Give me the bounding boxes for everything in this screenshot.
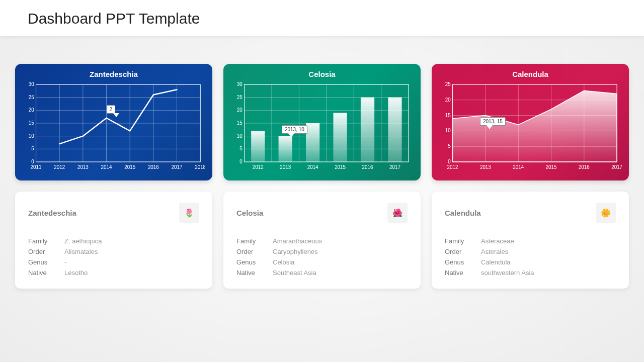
field-label: Order xyxy=(445,248,481,255)
svg-text:2013: 2013 xyxy=(280,164,291,170)
svg-text:20: 20 xyxy=(29,107,34,113)
svg-text:5: 5 xyxy=(31,146,34,151)
chart-card-celosia: Celosia 05101520253020122013201420152016… xyxy=(223,64,421,180)
svg-text:0: 0 xyxy=(448,159,451,164)
svg-text:25: 25 xyxy=(29,95,34,100)
field-label: Family xyxy=(445,237,481,245)
svg-rect-52 xyxy=(306,123,319,162)
svg-text:5: 5 xyxy=(239,146,243,151)
chart-title: Calendula xyxy=(439,70,622,78)
svg-text:20: 20 xyxy=(237,107,243,113)
svg-text:0: 0 xyxy=(239,159,243,164)
svg-text:25: 25 xyxy=(237,95,243,100)
svg-text:2014: 2014 xyxy=(101,164,112,170)
svg-text:2014: 2014 xyxy=(513,164,524,170)
info-card-row: Zantedeschia 🌷 FamilyZ. aethiopica Order… xyxy=(0,180,644,289)
area-chart: 0510152025201220132014201520162017 2013,… xyxy=(439,81,622,172)
svg-text:2015: 2015 xyxy=(124,164,135,170)
svg-text:15: 15 xyxy=(29,120,34,126)
svg-text:2017: 2017 xyxy=(389,164,400,170)
info-card-celosia: Celosia 🌺 FamilyAmaranthaceous OrderCary… xyxy=(223,192,421,289)
svg-text:15: 15 xyxy=(445,113,451,118)
field-value: Asteraceae xyxy=(481,237,514,245)
svg-rect-46 xyxy=(251,131,265,162)
svg-rect-58 xyxy=(361,98,374,162)
chart-callout: 2013, 15 xyxy=(480,117,506,126)
chart-callout: 2013, 10 xyxy=(282,125,307,134)
svg-text:20: 20 xyxy=(445,97,451,103)
field-value: Asterales xyxy=(481,248,508,255)
svg-text:30: 30 xyxy=(237,81,243,87)
field-value: Amaranthaceous xyxy=(273,237,322,245)
svg-text:2016: 2016 xyxy=(362,164,373,170)
svg-text:0: 0 xyxy=(31,159,34,164)
svg-text:2015: 2015 xyxy=(546,164,557,170)
field-label: Genus xyxy=(445,258,481,266)
svg-text:2011: 2011 xyxy=(31,164,42,170)
flower-thumb: 🌷 xyxy=(179,203,199,223)
field-label: Native xyxy=(28,269,64,277)
info-card-calendula: Calendula 🌼 FamilyAsteraceae OrderAstera… xyxy=(432,192,629,289)
field-value: Z. aethiopica xyxy=(64,237,102,245)
field-label: Family xyxy=(236,237,273,245)
svg-text:15: 15 xyxy=(237,120,243,126)
svg-rect-55 xyxy=(333,113,347,162)
svg-text:2016: 2016 xyxy=(148,164,159,170)
svg-text:2018: 2018 xyxy=(195,164,205,170)
svg-text:10: 10 xyxy=(29,133,34,139)
svg-text:2016: 2016 xyxy=(579,164,590,170)
chart-title: Celosia xyxy=(230,70,414,78)
page-title: Dashboard PPT Template xyxy=(0,0,644,36)
svg-text:30: 30 xyxy=(29,81,34,87)
svg-text:10: 10 xyxy=(237,133,243,139)
bar-chart: 051015202530201220132014201520162017 201… xyxy=(230,81,414,172)
svg-text:2013: 2013 xyxy=(480,164,491,170)
svg-rect-61 xyxy=(388,98,401,162)
field-value: Caryophyllenes xyxy=(273,248,318,255)
chart-title: Zantedeschia xyxy=(22,70,205,78)
field-label: Native xyxy=(445,269,481,277)
svg-text:10: 10 xyxy=(445,128,451,133)
line-chart: 0510152025302011201220132014201520162017… xyxy=(22,81,205,172)
field-label: Genus xyxy=(28,258,64,266)
svg-text:2017: 2017 xyxy=(172,164,183,170)
flower-thumb: 🌼 xyxy=(596,203,616,223)
svg-text:2014: 2014 xyxy=(307,164,318,170)
field-value: Calendula xyxy=(481,258,511,266)
field-value: southwestern Asia xyxy=(481,269,534,277)
info-title: Calendula xyxy=(445,209,481,217)
field-value: Southeast Asia xyxy=(273,269,316,277)
info-title: Celosia xyxy=(236,209,263,217)
field-label: Native xyxy=(236,269,273,277)
svg-text:2012: 2012 xyxy=(447,164,458,170)
svg-text:2012: 2012 xyxy=(54,164,65,170)
svg-rect-49 xyxy=(279,136,292,162)
info-card-zantedeschia: Zantedeschia 🌷 FamilyZ. aethiopica Order… xyxy=(15,192,212,289)
chart-card-zantedeschia: Zantedeschia 051015202530201120122013201… xyxy=(15,64,212,180)
field-value: - xyxy=(64,258,66,266)
chart-grid: Zantedeschia 051015202530201120122013201… xyxy=(0,36,644,180)
chart-callout: 2 xyxy=(107,105,116,114)
field-label: Order xyxy=(28,248,64,255)
flower-thumb: 🌺 xyxy=(387,203,408,223)
field-label: Genus xyxy=(236,258,273,266)
field-value: Alismatales xyxy=(64,248,98,255)
svg-text:2017: 2017 xyxy=(611,164,622,170)
field-label: Order xyxy=(236,248,273,255)
svg-text:2012: 2012 xyxy=(253,164,264,170)
svg-text:5: 5 xyxy=(448,143,451,149)
chart-card-calendula: Calendula 051015202520122013201420152016… xyxy=(432,64,629,180)
field-label: Family xyxy=(28,237,64,245)
svg-text:25: 25 xyxy=(445,81,451,87)
svg-text:2015: 2015 xyxy=(335,164,346,170)
info-title: Zantedeschia xyxy=(28,209,76,217)
field-value: Lesotho xyxy=(64,269,88,277)
field-value: Celosia xyxy=(273,258,294,266)
svg-text:2013: 2013 xyxy=(77,164,89,170)
